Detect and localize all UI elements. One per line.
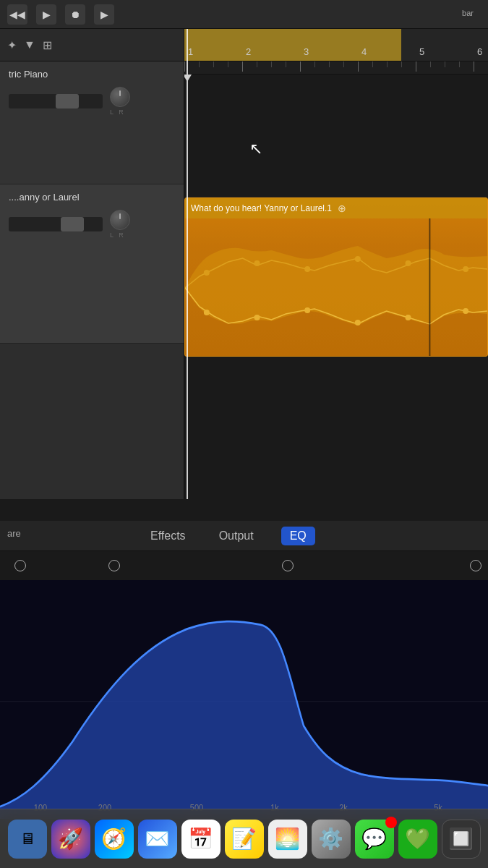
tick-mark bbox=[372, 61, 373, 67]
svg-point-11 bbox=[406, 315, 411, 320]
tick-mark bbox=[257, 61, 257, 67]
main-toolbar: ◀◀ ▶ ⏺ ▶ bar bbox=[0, 0, 488, 29]
mail-icon[interactable]: ✉️ bbox=[138, 820, 177, 859]
tab-output[interactable]: Output bbox=[213, 527, 260, 545]
tick-mark bbox=[228, 61, 228, 67]
photos-icon[interactable]: 🌅 bbox=[268, 820, 307, 859]
track-volume-fader-1[interactable] bbox=[9, 94, 103, 109]
bar-ruler: 1 2 3 4 5 6 bbox=[184, 29, 488, 61]
tick-mark bbox=[300, 61, 301, 72]
unknown-app-icon[interactable]: 🔲 bbox=[442, 820, 481, 859]
mouse-cursor: ↖ bbox=[249, 141, 262, 157]
clip-loop-icon: ⊕ bbox=[338, 203, 346, 214]
notes-icon[interactable]: 📝 bbox=[225, 820, 264, 859]
playhead-arrow bbox=[184, 75, 192, 82]
track-item-piano: tric Piano L R bbox=[0, 61, 184, 184]
bar-highlight bbox=[184, 29, 401, 61]
add-track-icon[interactable]: ⊞ bbox=[43, 38, 52, 52]
eq-handle-3[interactable] bbox=[282, 560, 294, 571]
messages-badge bbox=[385, 817, 397, 828]
dock: 🖥 🚀 🧭 ✉️ 📅 📝 🌅 ⚙️ 💬 bbox=[0, 809, 488, 868]
track-item-laurel: ....anny or Laurel L R bbox=[0, 184, 184, 344]
tick-mark bbox=[459, 61, 460, 67]
clip-title: What do you hear! Yanny or Laurel.1 bbox=[191, 203, 332, 213]
tick-mark bbox=[286, 61, 286, 67]
tab-left-label: are bbox=[7, 528, 21, 539]
daw-area: ✦ ▼ ⊞ tric Piano L R ....anny or Laurel bbox=[0, 29, 488, 499]
eq-curve-svg: 100 200 500 1k 2k 5k bbox=[0, 580, 488, 819]
svg-point-9 bbox=[304, 307, 310, 313]
eq-handles-row bbox=[0, 551, 488, 580]
tick-mark bbox=[199, 61, 200, 67]
bottom-panel: are Effects Output EQ 100 200 500 1k bbox=[0, 521, 488, 868]
tick-mark bbox=[329, 61, 330, 67]
svg-point-10 bbox=[355, 320, 361, 326]
bar-marker-6: 6 bbox=[477, 46, 482, 57]
tick-mark bbox=[445, 61, 445, 67]
messages-icon[interactable]: 💬 bbox=[355, 820, 394, 859]
tick-mark bbox=[242, 61, 243, 72]
tab-eq[interactable]: EQ bbox=[281, 527, 315, 545]
bar-marker-5: 5 bbox=[419, 46, 424, 57]
eq-handle-2[interactable] bbox=[108, 560, 120, 571]
toolbar-btn-3[interactable]: ⏺ bbox=[65, 4, 85, 25]
tick-mark bbox=[401, 61, 402, 67]
bar-label: bar bbox=[462, 9, 474, 17]
tick-mark bbox=[213, 61, 214, 67]
svg-point-12 bbox=[463, 308, 468, 314]
safari-icon[interactable]: 🧭 bbox=[95, 820, 134, 859]
svg-point-7 bbox=[204, 310, 210, 315]
track-panel: ✦ ▼ ⊞ tric Piano L R ....anny or Laurel bbox=[0, 29, 184, 499]
bar-marker-4: 4 bbox=[361, 46, 367, 57]
smart-controls-icon[interactable]: ✦ bbox=[7, 38, 17, 52]
clip-header: What do you hear! Yanny or Laurel.1 ⊕ bbox=[185, 198, 487, 218]
eq-handle-4[interactable] bbox=[470, 560, 481, 571]
svg-point-8 bbox=[254, 315, 260, 320]
playhead[interactable] bbox=[187, 29, 188, 499]
tab-bar-container: are Effects Output EQ bbox=[0, 521, 488, 551]
system-prefs-icon[interactable]: ⚙️ bbox=[312, 820, 351, 859]
waveform-svg bbox=[185, 218, 487, 357]
bar-marker-1: 1 bbox=[188, 46, 193, 57]
tick-mark bbox=[474, 61, 474, 72]
tick-mark bbox=[416, 61, 416, 72]
eq-display: 100 200 500 1k 2k 5k bbox=[0, 580, 488, 819]
track-lr-label-2: L R bbox=[110, 231, 130, 239]
bar-marker-2: 2 bbox=[246, 46, 251, 57]
track-fader-row-2: L R bbox=[9, 210, 175, 239]
track-name-laurel: ....anny or Laurel bbox=[9, 192, 175, 203]
wechat-icon[interactable]: 💚 bbox=[398, 820, 437, 859]
tick-mark bbox=[184, 61, 185, 72]
tick-ruler bbox=[184, 61, 488, 75]
tick-mark bbox=[430, 61, 431, 67]
track-lane-piano[interactable] bbox=[184, 75, 488, 197]
track-name-piano: tric Piano bbox=[9, 69, 175, 80]
track-fader-thumb-1 bbox=[56, 94, 79, 109]
tick-mark bbox=[271, 61, 272, 67]
tick-mark bbox=[343, 61, 344, 67]
finder-icon[interactable]: 🖥 bbox=[8, 820, 47, 859]
audio-clip-laurel[interactable]: What do you hear! Yanny or Laurel.1 ⊕ bbox=[184, 197, 488, 357]
track-pan-knob-1[interactable] bbox=[110, 87, 130, 107]
calendar-icon[interactable]: 📅 bbox=[181, 820, 221, 859]
launchpad-icon[interactable]: 🚀 bbox=[51, 820, 90, 859]
toolbar-btn-1[interactable]: ◀◀ bbox=[7, 4, 27, 25]
eq-handle-1[interactable] bbox=[14, 560, 26, 571]
tick-mark bbox=[314, 61, 315, 67]
toolbar-btn-4[interactable]: ▶ bbox=[94, 4, 114, 25]
tick-mark bbox=[387, 61, 388, 67]
filter-icon[interactable]: ▼ bbox=[24, 38, 35, 51]
track-lr-label-1: L R bbox=[110, 109, 130, 116]
track-pan-knob-2[interactable] bbox=[110, 210, 130, 230]
track-header-bar: ✦ ▼ ⊞ bbox=[0, 29, 184, 61]
bar-marker-3: 3 bbox=[304, 46, 309, 57]
toolbar-btn-2[interactable]: ▶ bbox=[36, 4, 56, 25]
tab-bar: are Effects Output EQ bbox=[0, 521, 488, 551]
timeline-area: 1 2 3 4 5 6 bbox=[184, 29, 488, 499]
track-volume-fader-2[interactable] bbox=[9, 217, 103, 231]
tick-mark bbox=[358, 61, 359, 72]
tab-effects[interactable]: Effects bbox=[145, 527, 192, 545]
waveform-area bbox=[185, 218, 487, 357]
track-fader-row-1: L R bbox=[9, 87, 175, 116]
track-fader-thumb-2 bbox=[61, 217, 84, 231]
